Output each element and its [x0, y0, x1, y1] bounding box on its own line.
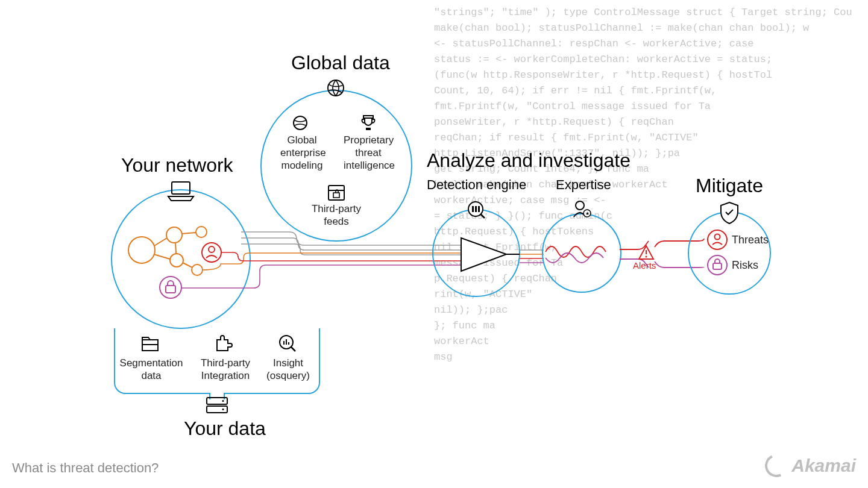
svg-line-9 [175, 242, 176, 254]
server-icon [207, 398, 227, 413]
puzzle-icon [217, 336, 232, 351]
svg-point-3 [170, 254, 183, 267]
mitigate-circle [688, 212, 770, 294]
svg-line-31 [291, 347, 295, 351]
global-item-2: Third-party feeds [307, 202, 365, 228]
brand-wave-icon [762, 451, 791, 481]
analyze-title: Analyze and investigate [427, 149, 631, 172]
svg-point-1 [166, 227, 182, 243]
alerts-label: Alerts [633, 260, 656, 271]
yourdata-item-0: Segmentation data [119, 357, 183, 382]
folder-icon [142, 337, 158, 351]
svg-text:★: ★ [585, 211, 590, 216]
alert-icon [639, 246, 653, 259]
expert-icon: ★ [574, 201, 591, 217]
svg-point-42 [646, 256, 647, 258]
brand-logo: Akamai [765, 454, 856, 477]
network-title: Your network [121, 154, 233, 177]
yourdata-item-1: Third-party Integration [197, 357, 254, 382]
detection-label: Detection engine [427, 177, 526, 193]
svg-rect-14 [172, 182, 190, 194]
global-item-1: Proprietary threat intelligence [344, 134, 393, 172]
expertise-label: Expertise [556, 177, 611, 193]
footer-caption: What is threat detection? [12, 460, 159, 476]
svg-point-23 [222, 400, 224, 402]
svg-line-7 [154, 254, 170, 259]
svg-point-38 [576, 201, 584, 210]
risk-node [708, 255, 727, 275]
svg-line-6 [181, 233, 196, 234]
risks-label: Risks [732, 259, 758, 272]
svg-point-24 [222, 408, 224, 410]
svg-line-37 [481, 214, 485, 218]
network-graph [128, 227, 221, 298]
svg-rect-34 [472, 206, 474, 212]
yourdata-item-2: Insight (osquery) [264, 357, 312, 382]
global-title: Global data [291, 52, 390, 74]
funnel-icon [461, 238, 520, 271]
svg-point-12 [160, 277, 181, 298]
diagram-stage: ★ Global data Your network Your data Ana… [0, 0, 868, 488]
post-funnel-lines [520, 250, 544, 263]
insight-icon [280, 336, 295, 351]
global-item-0: Global enterprise modeling [280, 134, 324, 172]
svg-point-4 [192, 264, 203, 275]
magnifier-bars-icon [468, 202, 485, 218]
svg-rect-22 [207, 406, 227, 413]
laptop-icon [168, 182, 193, 201]
svg-point-0 [128, 237, 155, 263]
svg-point-2 [196, 227, 207, 237]
brand-text: Akamai [791, 455, 856, 476]
svg-rect-35 [475, 206, 477, 212]
to-mitigate-lines [655, 239, 704, 267]
tangle-lines [546, 246, 606, 263]
svg-line-5 [154, 238, 167, 246]
shield-icon [721, 202, 738, 224]
svg-line-8 [183, 263, 192, 267]
yourdata-title: Your data [184, 418, 266, 440]
svg-rect-18 [366, 128, 371, 130]
threats-label: Threats [732, 234, 769, 246]
mitigate-title: Mitigate [696, 175, 763, 197]
svg-rect-36 [478, 206, 480, 212]
expertise-circle [542, 214, 621, 292]
